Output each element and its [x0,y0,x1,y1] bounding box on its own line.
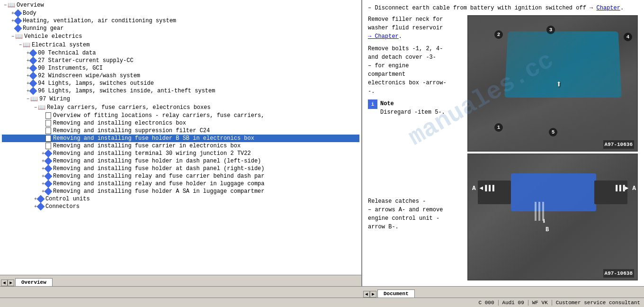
status-bar: C 000 Audi 09 WF VK Customer service con… [0,298,644,307]
images-column: 2 3 4 1 5 ⬆ A97-10636 [467,15,638,280]
diamond-icon [29,72,37,80]
tree-item-relay-carriers[interactable]: − 📖 Relay carriers, fuse carriers, elect… [2,103,359,112]
tree-item-overview-fitting[interactable]: Overview of fitting locations - relay ca… [2,112,359,119]
tree-label: 27 Starter-current supply-CC [38,57,134,64]
book-icon: 📖 [23,41,30,49]
diamond-icon [45,157,53,165]
tree-item-control-units[interactable]: + Control units [2,195,359,203]
tree-item-fuse-holder-a[interactable]: + Removing and installing fuse holder A … [2,188,359,195]
tree-label: Vehicle electrics [24,33,82,40]
tree-item-00[interactable]: + 00 Technical data [2,49,359,57]
diamond-icon [29,49,37,57]
tree-container[interactable]: − 📖 Overview + Body + Heating, ventilati… [0,0,361,275]
content-area: – Disconnect earth cable from battery wi… [368,4,638,280]
doc-icon [45,135,51,142]
arrow-a-left: A ◄▐▐▐ [472,184,494,193]
tree-item-connectors[interactable]: + Connectors [2,203,359,210]
instructions-text: Remove filler neck forwasher fluid reser… [368,15,463,280]
b-label: B [546,226,549,234]
note-icon: i [368,99,377,109]
tree-label: Relay carriers, fuse carriers, electroni… [47,104,211,111]
status-segment-2: C 000 [475,300,499,306]
right-nav-left[interactable]: ◄ [363,291,370,298]
tree-item-hvac[interactable]: + Heating, ventilation, air conditioning… [2,17,359,25]
tree-item-vehicle-electrics[interactable]: − 📖 Vehicle electrics [2,32,359,41]
doc-icon [45,112,51,119]
tree-label: 92 Windscreen wipe/wash system [38,72,140,79]
tree-item-96[interactable]: + 96 Lights, lamps, switches inside, ant… [2,87,359,95]
left-panel: − 📖 Overview + Body + Heating, ventilati… [0,0,362,286]
expand-icon [42,113,45,118]
diamond-icon [29,64,37,72]
tree-item-fuse-holder-b[interactable]: Removing and installing fuse holder B SB… [2,135,359,142]
tree-item-90[interactable]: + 90 Instruments, GCI [2,64,359,72]
image1-label: A97-10636 [603,140,634,149]
content-images-row: Remove filler neck forwasher fluid reser… [368,15,638,280]
tree-item-27[interactable]: + 27 Starter-current supply-CC [2,57,359,64]
expand-icon [42,136,45,141]
step-filler: Remove filler neck forwasher fluid reser… [368,15,463,41]
tree-label: Heating, ventilation, air conditioning s… [23,18,176,24]
tree-label: 96 Lights, lamps, switches inside, anti-… [38,88,215,94]
tree-item-97[interactable]: − 📖 97 Wiring [2,95,359,103]
diamond-icon [45,172,53,181]
doc-icon [45,143,51,149]
tree-label: 00 Technical data [38,50,96,56]
status-segment-4: WF VK [528,300,552,306]
diamond-icon [37,203,45,211]
diamond-icon [45,165,53,173]
tree-label: Removing and installing suppression filt… [53,127,210,134]
expand-icon: − [4,3,7,8]
book-icon: 📖 [38,104,45,111]
tree-item-body[interactable]: + Body [2,9,359,17]
tree-label: Removing and installing fuse carrier in … [53,143,241,149]
right-panel: manuales.cc – Disconnect earth cable fro… [362,0,644,286]
book-icon: 📖 [30,95,38,103]
tree-item-94[interactable]: + 94 Lights, lamps, switches outside [2,80,359,87]
book-icon: 📖 [15,33,23,40]
tree-item-suppression-filter[interactable]: Removing and installing suppression filt… [2,127,359,135]
right-nav-right[interactable]: ► [370,291,376,298]
step-release: Release catches -– arrows A- and removee… [368,197,463,231]
tree-item-overview[interactable]: − 📖 Overview [2,1,359,9]
tab-overview[interactable]: Overview [15,278,53,286]
tree-label: Removing and installing fuse holder B SB… [53,135,254,142]
expand-icon: − [11,34,14,39]
expand-icon: − [19,43,22,48]
chapter-link-1[interactable]: Chapter [596,5,620,11]
num-label-2: 2 [494,30,503,39]
note-block: i Note Disregard -item 5-. [368,99,463,117]
image-bottom: A ◄▐▐▐ ▐▐▐► A ⬇ B A97-10638 [467,154,638,280]
status-segment-5: Customer service consultant [552,300,644,306]
tree-item-fuse-carrier[interactable]: Removing and installing fuse carrier in … [2,142,359,150]
arrow-up-icon: ⬆ [556,78,562,92]
diamond-icon [14,9,22,18]
tree-item-terminal-30[interactable]: + Removing and installing terminal 30 wi… [2,150,359,157]
tree-label: 97 Wiring [39,96,70,102]
nav-left-arrow[interactable]: ◄ [1,280,8,286]
tree-item-fuse-dash-right[interactable]: + Removing and installing fuse holder at… [2,165,359,172]
expand-icon: − [27,97,29,102]
tree-item-running-gear[interactable]: Running gear [2,25,359,32]
diamond-icon [37,195,45,203]
note-text: Disregard -item 5-. [380,108,445,117]
image2-label: A97-10638 [603,269,634,278]
tree-label: Removing and installing fuse holder in d… [53,158,261,164]
arrow-a-right: ▐▐▐► A [614,184,636,193]
expand-icon [42,121,45,126]
chapter-link-2[interactable]: → Chapter [368,33,399,40]
tree-item-92[interactable]: + 92 Windscreen wipe/wash system [2,72,359,80]
line-v2 [538,202,540,221]
tree-item-relay-luggage[interactable]: + Removing and installing relay and fuse… [2,180,359,188]
image-top: 2 3 4 1 5 ⬆ A97-10636 [467,15,638,152]
tree-label: Removing and installing relay and fuse h… [53,181,264,187]
tree-label: Removing and installing terminal 30 wiri… [53,150,251,157]
tab-document[interactable]: Document [377,289,415,298]
book-open-icon: 📖 [8,1,15,9]
tree-item-relay-behind-dash[interactable]: + Removing and installing relay and fuse… [2,172,359,180]
num-label-4: 4 [624,33,632,41]
tree-item-remove-install-elec[interactable]: Removing and installing electronics box [2,119,359,127]
tree-item-fuse-dash-left[interactable]: + Removing and installing fuse holder in… [2,157,359,165]
tree-item-electrical-system[interactable]: − 📖 Electrical system [2,41,359,49]
nav-right-arrow[interactable]: ► [8,280,14,286]
